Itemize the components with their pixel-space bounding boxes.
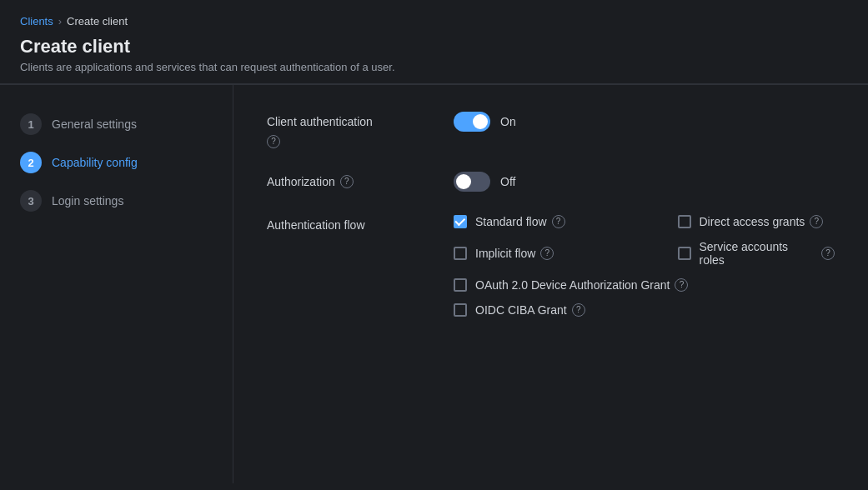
breadcrumb-current: Create client <box>67 15 128 28</box>
step-1-circle: 1 <box>20 113 42 135</box>
direct-access-help-icon[interactable]: ? <box>810 215 823 228</box>
direct-access-checkbox[interactable] <box>678 215 691 228</box>
standard-flow-label: Standard flow ? <box>475 215 565 228</box>
step-3-circle: 3 <box>20 190 42 212</box>
client-auth-toggle-label: On <box>500 115 516 128</box>
implicit-flow-help-icon[interactable]: ? <box>540 247 554 260</box>
authorization-row: Authorization ? Off <box>267 172 835 192</box>
standard-flow-help-icon[interactable]: ? <box>552 215 565 228</box>
content-area: Client authentication ? On Authorizatio <box>233 85 868 483</box>
checkbox-service-accounts[interactable]: Service accounts roles ? <box>678 240 835 267</box>
top-bar: Clients › Create client Create client Cl… <box>0 0 868 84</box>
sidebar: 1 General settings 2 Capability config 3… <box>0 85 233 483</box>
sidebar-item-capability-config[interactable]: 2 Capability config <box>0 143 233 182</box>
checkbox-implicit-flow[interactable]: Implicit flow ? <box>454 247 611 260</box>
sidebar-item-capability-label: Capability config <box>52 156 138 169</box>
oauth-device-help-icon[interactable]: ? <box>675 278 688 292</box>
client-auth-label: Client authentication <box>267 115 434 128</box>
auth-flow-grid: Standard flow ? Direct access grants ? <box>454 215 835 267</box>
authorization-label: Authorization ? <box>267 175 434 188</box>
client-auth-toggle-knob <box>473 114 488 129</box>
checkbox-standard-flow[interactable]: Standard flow ? <box>454 215 611 228</box>
sidebar-item-login-label: Login settings <box>52 194 123 208</box>
auth-flow-label-col: Authentication flow <box>267 215 434 232</box>
sidebar-item-login-settings[interactable]: 3 Login settings <box>0 182 233 220</box>
breadcrumb-clients-link[interactable]: Clients <box>20 15 53 28</box>
client-auth-help-icon[interactable]: ? <box>267 135 280 148</box>
authorization-toggle-knob <box>456 174 471 189</box>
authorization-toggle[interactable] <box>454 172 490 192</box>
checkbox-oauth-device[interactable]: OAuth 2.0 Device Authorization Grant ? <box>454 278 835 292</box>
oauth-device-checkbox[interactable] <box>454 278 467 292</box>
service-accounts-help-icon[interactable]: ? <box>821 247 835 260</box>
sidebar-item-general-label: General settings <box>52 118 137 131</box>
auth-flow-label: Authentication flow <box>267 218 434 232</box>
service-accounts-label: Service accounts roles ? <box>700 240 835 267</box>
authentication-flow-row: Authentication flow Standard flow ? <box>267 215 835 317</box>
checkbox-direct-access[interactable]: Direct access grants ? <box>678 215 835 228</box>
sidebar-item-general-settings[interactable]: 1 General settings <box>0 105 233 143</box>
direct-access-label: Direct access grants ? <box>700 215 824 228</box>
step-2-circle: 2 <box>20 152 42 173</box>
auth-flow-control: Standard flow ? Direct access grants ? <box>454 215 835 317</box>
authorization-control: Off <box>454 172 835 192</box>
standard-flow-checkbox[interactable] <box>454 215 467 228</box>
breadcrumb: Clients › Create client <box>20 15 848 28</box>
implicit-flow-checkbox[interactable] <box>454 247 467 260</box>
authorization-toggle-label: Off <box>500 175 515 188</box>
client-auth-toggle-track <box>454 112 490 132</box>
main-layout: 1 General settings 2 Capability config 3… <box>0 85 868 483</box>
checkbox-oidc-ciba[interactable]: OIDC CIBA Grant ? <box>454 303 835 317</box>
oidc-ciba-checkbox[interactable] <box>454 303 467 317</box>
page-subtitle: Clients are applications and services th… <box>20 61 848 73</box>
auth-flow-full: OAuth 2.0 Device Authorization Grant ? O… <box>454 278 835 317</box>
client-authentication-row: Client authentication ? On <box>267 112 835 148</box>
oauth-device-label: OAuth 2.0 Device Authorization Grant ? <box>475 278 688 292</box>
service-accounts-checkbox[interactable] <box>678 247 691 260</box>
authorization-label-col: Authorization ? <box>267 172 434 188</box>
page-title: Create client <box>20 36 848 58</box>
client-auth-label-col: Client authentication ? <box>267 112 434 148</box>
oidc-ciba-help-icon[interactable]: ? <box>572 303 585 317</box>
implicit-flow-label: Implicit flow ? <box>475 247 554 260</box>
breadcrumb-separator: › <box>58 15 62 28</box>
client-auth-toggle[interactable] <box>454 112 490 132</box>
authorization-help-icon[interactable]: ? <box>340 175 354 188</box>
client-auth-control: On <box>454 112 835 132</box>
oidc-ciba-label: OIDC CIBA Grant ? <box>475 303 585 317</box>
authorization-toggle-track <box>454 172 490 192</box>
